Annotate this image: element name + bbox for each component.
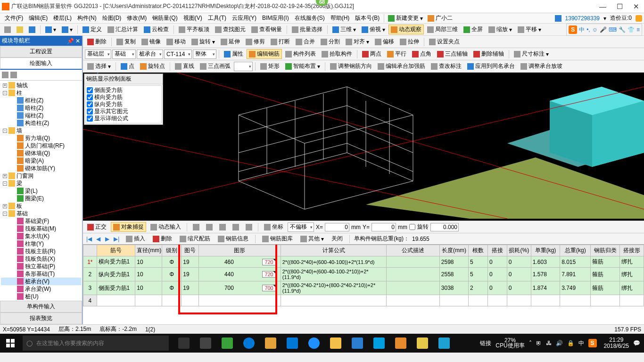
col-header[interactable]: 长度(mm) bbox=[439, 245, 468, 256]
tree-node[interactable]: +门窗洞 bbox=[1, 172, 81, 180]
cell-lapf[interactable]: 绑扎 bbox=[619, 268, 644, 281]
app-1[interactable] bbox=[195, 334, 216, 353]
cell-lap[interactable]: 0 bbox=[487, 256, 507, 268]
find-elem-button[interactable]: 查找图元 bbox=[213, 25, 248, 34]
3pt-aux-button[interactable]: 三点辅轴 bbox=[435, 49, 470, 59]
app-ie[interactable] bbox=[304, 334, 324, 353]
table-row[interactable]: 4 bbox=[83, 295, 644, 306]
table-row[interactable]: 2纵向受力筋110Φ194407202*((800-2*40)+(600-40-… bbox=[83, 268, 644, 281]
nav-next[interactable]: ▶ bbox=[104, 236, 111, 242]
rebar-info[interactable]: 钢筋信息 bbox=[215, 234, 251, 244]
cell-shape[interactable]: 440720 bbox=[199, 268, 281, 281]
tree-node[interactable]: 筏板主筋(R) bbox=[1, 247, 81, 255]
pick-comp-button[interactable]: 拾取构件 bbox=[319, 49, 355, 59]
expand-toggle[interactable]: + bbox=[3, 83, 7, 88]
floor-select[interactable]: 基础层 bbox=[85, 49, 111, 59]
sum-calc-button[interactable]: 汇总计算 bbox=[105, 25, 140, 34]
grid-delete[interactable]: 删除 bbox=[150, 234, 174, 244]
tree-node[interactable]: 桩承台(V) bbox=[1, 278, 81, 285]
edit-cap-rebar-button[interactable]: 编辑承台加强筋 bbox=[375, 61, 428, 71]
tray-volume-icon[interactable]: 🔊 bbox=[556, 340, 563, 346]
tree-node[interactable]: 剪力墙(Q) bbox=[1, 134, 81, 142]
cell-lap[interactable]: 0 bbox=[487, 281, 507, 295]
x-input[interactable] bbox=[325, 223, 349, 231]
menu-edit[interactable]: 编辑(E) bbox=[26, 14, 50, 22]
tray-notifications-icon[interactable]: 💬 bbox=[633, 340, 640, 346]
osnap-toggle[interactable]: 对象捕捉 bbox=[111, 222, 146, 232]
cell-len[interactable]: 3038 bbox=[439, 281, 468, 295]
snap-d[interactable] bbox=[230, 223, 241, 231]
cell-cnt[interactable]: 2 bbox=[469, 281, 488, 295]
close-button[interactable]: ✕ bbox=[633, 2, 639, 11]
app-7[interactable] bbox=[390, 334, 411, 353]
tree-node[interactable]: 筏板基础(M) bbox=[1, 225, 81, 232]
cell-uw[interactable]: 1.578 bbox=[531, 268, 560, 281]
tree-node[interactable]: 柱墩(Y) bbox=[1, 240, 81, 247]
expand-icon[interactable] bbox=[2, 72, 8, 78]
select-tool[interactable]: 选择▾ bbox=[85, 61, 113, 71]
tree-node[interactable]: 框柱(Z) bbox=[1, 97, 81, 104]
nav-first[interactable]: |◀ bbox=[85, 236, 93, 242]
cell-uw[interactable]: 1.603 bbox=[531, 256, 560, 268]
task-view[interactable] bbox=[173, 334, 194, 353]
other-button[interactable]: 其他▾ bbox=[298, 234, 326, 244]
cpu-meter[interactable]: 27%CPU使用率 bbox=[495, 338, 524, 348]
col-header[interactable]: 公式描述 bbox=[387, 245, 439, 256]
adj-slope-button[interactable]: 调整承台放坡 bbox=[518, 61, 565, 71]
tree-node[interactable]: 筏板负筋(X) bbox=[1, 255, 81, 263]
col-header[interactable] bbox=[83, 245, 97, 256]
cell-loss[interactable]: 0 bbox=[507, 268, 531, 281]
tree-node[interactable]: 构造柱(Z) bbox=[1, 119, 81, 127]
app-5[interactable] bbox=[347, 334, 368, 353]
cell-desc[interactable] bbox=[387, 268, 439, 281]
break-button[interactable]: 打断 bbox=[268, 37, 292, 47]
cell-cat[interactable]: 箍筋 bbox=[591, 281, 619, 295]
ime-skin[interactable]: 👕 bbox=[627, 26, 635, 33]
cell-tw[interactable]: 8.015 bbox=[560, 256, 591, 268]
cell-fig[interactable]: 19 bbox=[182, 268, 199, 281]
col-header[interactable]: 搭接 bbox=[487, 245, 507, 256]
menu-rebar[interactable]: 钢筋量(Q) bbox=[149, 14, 180, 22]
tree-node[interactable]: 人防门框墙(RF) bbox=[1, 142, 81, 149]
visibility-item[interactable]: 横向受力筋 bbox=[87, 94, 160, 101]
visibility-item[interactable]: 侧面受力筋 bbox=[87, 87, 160, 94]
apply-same-button[interactable]: 应用到同名承台 bbox=[465, 61, 517, 71]
cell-shape[interactable]: 460720 bbox=[199, 256, 281, 268]
cell-cat[interactable]: 箍筋 bbox=[591, 256, 619, 268]
col-header[interactable]: 总重(kg) bbox=[560, 245, 591, 256]
cell-lapf[interactable]: 绑扎 bbox=[619, 281, 644, 295]
cell-formula[interactable]: 2*((800-2*40-2*10)+(800-2*40-2*10))+2*(1… bbox=[281, 281, 387, 295]
trim-button[interactable]: 修剪 bbox=[243, 37, 267, 47]
cell-lap[interactable]: 0 bbox=[487, 268, 507, 281]
cell-grade[interactable]: Φ bbox=[162, 281, 182, 295]
batch-select-button[interactable]: 批量选择 bbox=[289, 25, 325, 34]
type-select[interactable]: 桩承台 bbox=[137, 49, 163, 59]
tree-node[interactable]: 桩(U) bbox=[1, 293, 81, 300]
tree-node[interactable]: 独立基础(P) bbox=[1, 263, 81, 270]
smart-tool[interactable]: 智能布置▾ bbox=[283, 61, 322, 71]
delete-button[interactable]: 删除 bbox=[85, 37, 109, 47]
col-header[interactable]: 根数 bbox=[469, 245, 488, 256]
app-6[interactable] bbox=[369, 334, 389, 353]
tree-node[interactable]: -梁 bbox=[1, 180, 81, 187]
windows-taskbar[interactable]: ◯ 在这里输入你要搜索的内容 链接 27%CPU使用率 ˄ ⛨ 🖧 🔊 🔒 中 … bbox=[0, 334, 644, 353]
copy-button[interactable]: 复制 bbox=[114, 37, 138, 47]
arc-tool[interactable]: 三点画弧 bbox=[198, 61, 233, 71]
cell-formula[interactable]: 2*((800-2*40)+(600-40-100))+2*(11.9*d) bbox=[281, 256, 387, 268]
tray-ime[interactable]: 中 bbox=[578, 339, 584, 347]
collapse-icon[interactable] bbox=[10, 72, 17, 78]
visibility-checkbox[interactable] bbox=[87, 115, 93, 122]
minimize-button[interactable]: — bbox=[599, 2, 606, 11]
overhead-button[interactable]: 俯视▾ bbox=[359, 25, 388, 34]
menu-online[interactable]: 在线服务(S) bbox=[292, 14, 328, 22]
user-button[interactable]: 广小二 bbox=[425, 13, 455, 23]
instance-select[interactable]: CT-114 bbox=[164, 49, 192, 59]
cell-grade[interactable]: Φ bbox=[162, 256, 182, 268]
pin-icon[interactable]: 📌 ✕ bbox=[67, 38, 80, 44]
menu-modify[interactable]: 修改(M) bbox=[124, 14, 149, 22]
phone-number[interactable]: 13907298339 bbox=[565, 15, 600, 22]
adj-dir-button[interactable]: 调整钢筋方向 bbox=[328, 61, 374, 71]
dyn-view-button[interactable]: 动态观察 bbox=[388, 25, 424, 34]
grid-insert[interactable]: 插入 bbox=[124, 234, 148, 244]
app-9[interactable] bbox=[434, 334, 454, 353]
